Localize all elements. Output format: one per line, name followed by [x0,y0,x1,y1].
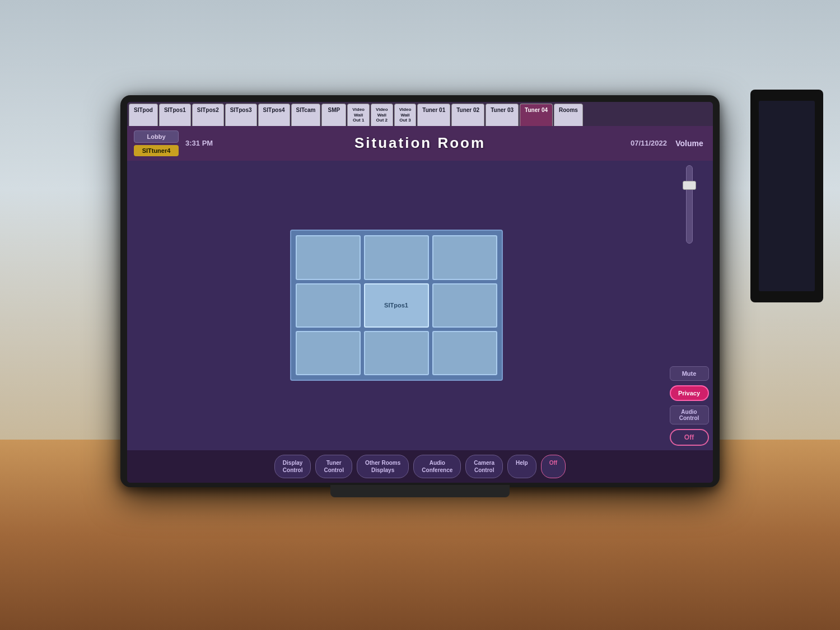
video-grid: SITpos1 [290,230,503,381]
page-title: Situation Room [354,134,486,152]
video-cell-6[interactable] [432,283,497,328]
audio-conference-button[interactable]: AudioConference [413,455,461,478]
bottom-off-button[interactable]: Off [541,455,566,478]
off-button[interactable]: Off [670,429,709,446]
video-cell-1[interactable] [296,235,361,279]
volume-track[interactable] [686,165,693,244]
right-monitor-screen [759,101,815,291]
tuner-control-button[interactable]: TunerControl [315,455,352,478]
tab-sitpod[interactable]: SITpod [129,104,158,126]
tab-sitcam[interactable]: SITcam [291,104,321,126]
video-cell-4[interactable] [296,283,361,328]
sittuner-button[interactable]: SITtuner4 [134,145,179,156]
main-area: SITpos1 Mute Privacy Audio Control Off [127,161,713,450]
help-button[interactable]: Help [507,455,536,478]
bottom-bar: DisplayControl TunerControl Other RoomsD… [127,450,713,483]
tab-tuner03[interactable]: Tuner 03 [486,104,519,126]
right-monitor [750,90,823,302]
monitor-screen: SITpod SITpos1 SITpos2 SITpos3 SITpos4 S… [127,102,713,483]
header-time: 3:31 PM [185,139,213,147]
video-cell-3[interactable] [432,235,497,279]
volume-thumb[interactable] [683,181,696,190]
video-cell-9[interactable] [432,331,497,375]
volume-slider-container[interactable] [678,165,701,362]
other-rooms-button[interactable]: Other RoomsDisplays [357,455,409,478]
header-date: 07/11/2022 [631,139,667,147]
header-left: Lobby SITtuner4 [134,130,179,156]
lobby-button[interactable]: Lobby [134,130,179,143]
tab-tuner01[interactable]: Tuner 01 [417,104,450,126]
center-content: SITpos1 [127,161,665,450]
monitor-base [330,485,510,497]
camera-control-button[interactable]: CameraControl [465,455,503,478]
tab-vw3[interactable]: VideoWallOut 3 [394,104,417,126]
volume-label: Volume [673,139,706,148]
tab-sitpos3[interactable]: SITpos3 [225,104,257,126]
privacy-button[interactable]: Privacy [670,385,709,401]
tab-smp[interactable]: SMP [321,104,346,126]
video-cell-2[interactable] [364,235,429,279]
video-cell-8[interactable] [364,331,429,375]
tab-vw1[interactable]: VideoWallOut 1 [347,104,370,126]
volume-panel: Mute Privacy Audio Control Off [665,161,713,450]
header-bar: Lobby SITtuner4 3:31 PM Situation Room 0… [127,126,713,161]
tab-sitpos4[interactable]: SITpos4 [258,104,290,126]
tab-tuner02[interactable]: Tuner 02 [451,104,484,126]
audio-control-button[interactable]: Audio Control [670,405,709,424]
tab-sitpos2[interactable]: SITpos2 [192,104,224,126]
display-control-button[interactable]: DisplayControl [274,455,311,478]
tab-sitpos1[interactable]: SITpos1 [159,104,191,126]
tab-vw2[interactable]: VideoWallOut 2 [371,104,393,126]
video-cell-5[interactable]: SITpos1 [364,283,429,328]
main-monitor: SITpod SITpos1 SITpos2 SITpos3 SITpos4 S… [120,95,720,487]
tabs-row: SITpod SITpos1 SITpos2 SITpos3 SITpos4 S… [127,102,713,126]
tab-rooms[interactable]: Rooms [554,104,583,126]
video-cell-7[interactable] [296,331,361,375]
mute-button[interactable]: Mute [670,366,709,381]
tab-tuner04[interactable]: Tuner 04 [520,104,553,126]
